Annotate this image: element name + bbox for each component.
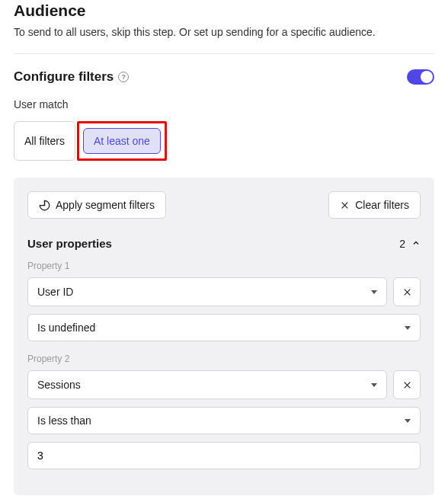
pie-chart-icon	[39, 200, 50, 211]
configure-filters-label: Configure filters	[14, 69, 114, 85]
configure-filters-toggle[interactable]	[407, 69, 434, 85]
remove-property-button[interactable]	[393, 370, 421, 399]
operator-value: Is less than	[37, 414, 91, 427]
caret-down-icon	[371, 383, 377, 387]
filters-panel: Apply segment filters Clear filters User…	[14, 178, 434, 495]
caret-down-icon	[371, 290, 377, 294]
property-label: Property 2	[27, 354, 421, 364]
operator-value: Is undefined	[37, 322, 95, 334]
divider	[14, 53, 434, 54]
all-filters-button[interactable]: All filters	[14, 121, 75, 161]
configure-filters-row: Configure filters ?	[14, 69, 434, 85]
remove-property-button[interactable]	[393, 277, 421, 306]
apply-segment-label: Apply segment filters	[56, 199, 155, 211]
property-block: Property 1 User ID Is undefined	[27, 261, 421, 341]
apply-segment-filters-button[interactable]: Apply segment filters	[27, 191, 166, 219]
highlight-box: At least one	[77, 121, 167, 161]
user-properties-count: 2	[399, 238, 405, 250]
chevron-up-icon	[411, 238, 421, 250]
property-block: Property 2 Sessions Is less than	[27, 354, 421, 469]
property-field-select[interactable]: Sessions	[27, 370, 387, 399]
close-icon	[402, 287, 412, 297]
user-properties-title: User properties	[27, 237, 112, 250]
user-match-segmented: All filters At least one	[14, 121, 434, 161]
property-value-input[interactable]	[27, 442, 421, 469]
property-field-select[interactable]: User ID	[27, 277, 387, 306]
close-icon	[402, 380, 412, 390]
property-field-value: User ID	[37, 286, 73, 298]
caret-down-icon	[405, 326, 411, 330]
property-field-value: Sessions	[37, 379, 81, 391]
user-properties-header[interactable]: User properties 2	[27, 237, 421, 250]
property-label: Property 1	[27, 261, 421, 271]
caret-down-icon	[405, 419, 411, 423]
page-title: Audience	[14, 2, 434, 20]
close-icon	[340, 200, 350, 210]
clear-filters-button[interactable]: Clear filters	[328, 191, 421, 219]
at-least-one-button[interactable]: At least one	[83, 128, 161, 154]
user-match-label: User match	[14, 98, 434, 110]
property-operator-select[interactable]: Is less than	[27, 407, 421, 434]
clear-filters-label: Clear filters	[355, 199, 409, 211]
help-icon[interactable]: ?	[118, 72, 129, 82]
page-description: To send to all users, skip this step. Or…	[14, 26, 434, 38]
property-operator-select[interactable]: Is undefined	[27, 314, 421, 341]
